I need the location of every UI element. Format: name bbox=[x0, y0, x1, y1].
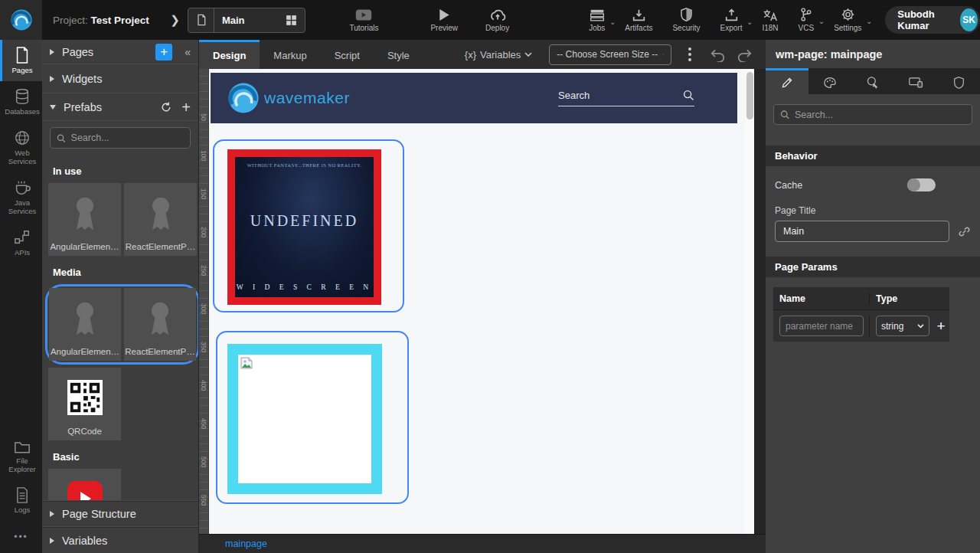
tab-events[interactable] bbox=[851, 68, 894, 94]
rail-item-pages[interactable]: Pages bbox=[0, 40, 42, 81]
prefab-tile-qrcode[interactable]: QRCode bbox=[48, 368, 121, 440]
pencil-icon bbox=[781, 77, 793, 89]
poster-tagline: WITHOUT FANTASY...THERE IS NO REALITY. bbox=[247, 162, 362, 168]
database-icon bbox=[14, 88, 31, 105]
user-menu[interactable]: Subodh Kumar SK bbox=[885, 6, 980, 34]
rail-item-file-explorer[interactable]: File Explorer bbox=[0, 433, 42, 480]
design-canvas[interactable]: wavemaker Search WITHOUT FANTASY...THERE… bbox=[209, 69, 745, 534]
prefab-tile-react-element-media[interactable]: ReactElementP… bbox=[124, 288, 196, 361]
rail-item-databases[interactable]: Databases bbox=[0, 81, 42, 123]
project-name: Test Project bbox=[91, 15, 149, 26]
tutorials-button[interactable]: Tutorials bbox=[339, 8, 388, 32]
screen-size-dropdown[interactable]: -- Choose Screen Size -- bbox=[549, 44, 671, 65]
rail-item-java-services[interactable]: Java Services bbox=[0, 172, 42, 222]
tab-styles[interactable] bbox=[808, 68, 851, 94]
prefab-tile-angular-element-media[interactable]: AngularElemen… bbox=[49, 288, 121, 361]
poster-bottom-text: W I D E S C R E E N bbox=[237, 283, 372, 291]
jobs-button[interactable]: Jobs ⌄ bbox=[579, 8, 615, 32]
scrollbar-thumb[interactable] bbox=[746, 72, 753, 119]
tab-script[interactable]: Script bbox=[321, 40, 374, 69]
poster-image[interactable]: WITHOUT FANTASY...THERE IS NO REALITY. U… bbox=[227, 149, 381, 305]
canvas-search[interactable]: Search bbox=[558, 90, 694, 106]
section-label: Variables bbox=[62, 535, 107, 547]
selected-widget-poster[interactable]: WITHOUT FANTASY...THERE IS NO REALITY. U… bbox=[213, 139, 404, 312]
redo-icon[interactable] bbox=[737, 47, 753, 62]
deploy-button[interactable]: Deploy bbox=[475, 8, 519, 32]
search-icon bbox=[57, 133, 66, 143]
property-search-input[interactable] bbox=[795, 110, 965, 120]
canvas-page-header[interactable]: wavemaker Search bbox=[211, 73, 737, 123]
grid-icon[interactable] bbox=[285, 14, 298, 27]
rail-item-web-services[interactable]: Web Services bbox=[0, 123, 42, 172]
top-bar: Project: Test Project ❯ Main Tutorials bbox=[0, 0, 980, 40]
prefab-tile-angular-element[interactable]: AngularElemen… bbox=[48, 183, 121, 256]
rail-item-logs[interactable]: Logs bbox=[0, 480, 42, 521]
settings-button[interactable]: Settings ⌄ bbox=[824, 8, 871, 32]
poster-title: UNDEFINED bbox=[250, 212, 358, 230]
section-prefabs[interactable]: Prefabs + bbox=[42, 93, 198, 121]
section-variables[interactable]: Variables bbox=[42, 527, 198, 553]
chevron-down-icon[interactable]: ⌄ bbox=[866, 17, 872, 25]
group-title-media: Media bbox=[42, 256, 198, 284]
add-param-button[interactable]: + bbox=[933, 318, 949, 335]
prefab-list: In use AngularElemen… ReactElementP… Med… bbox=[42, 155, 198, 500]
property-search[interactable] bbox=[773, 104, 972, 125]
section-page-structure[interactable]: Page Structure bbox=[42, 501, 198, 527]
pages-icon bbox=[15, 47, 30, 64]
caret-right-icon bbox=[50, 49, 54, 55]
refresh-icon[interactable] bbox=[160, 101, 172, 113]
i18n-button[interactable]: I18N bbox=[752, 8, 788, 32]
section-label: Page Structure bbox=[62, 508, 136, 520]
prefab-search[interactable] bbox=[50, 127, 191, 149]
preview-button[interactable]: Preview bbox=[420, 8, 468, 32]
canvas-scrollbar[interactable] bbox=[745, 69, 754, 534]
param-type-select[interactable]: string bbox=[876, 316, 929, 336]
tab-style[interactable]: Style bbox=[374, 40, 423, 69]
export-button[interactable]: Export ⌄ bbox=[710, 8, 753, 32]
cache-toggle[interactable] bbox=[907, 178, 936, 191]
open-page-tab[interactable]: mainpage bbox=[225, 538, 267, 549]
tab-security[interactable] bbox=[937, 68, 980, 94]
breadcrumb-chevron-icon: ❯ bbox=[170, 13, 180, 27]
caret-right-icon bbox=[50, 76, 54, 82]
bind-link-icon[interactable] bbox=[958, 225, 971, 238]
add-prefab-button[interactable]: + bbox=[181, 100, 191, 115]
tab-design[interactable]: Design bbox=[199, 40, 260, 69]
tile-label: AngularElemen… bbox=[51, 347, 119, 356]
add-page-button[interactable]: + bbox=[155, 44, 172, 61]
tab-devices[interactable] bbox=[894, 68, 937, 94]
broken-image-icon bbox=[240, 357, 253, 369]
properties-panel: wm-page: mainpage bbox=[766, 40, 980, 553]
prefab-search-input[interactable] bbox=[71, 133, 184, 143]
inspector-title: wm-page: mainpage bbox=[766, 40, 980, 68]
selected-widget-picture[interactable] bbox=[216, 331, 409, 504]
pages-panel: Pages + « Widgets Prefabs + In use bbox=[42, 40, 199, 553]
page-title-input[interactable] bbox=[775, 221, 949, 242]
variables-menu[interactable]: {x} Variables bbox=[465, 40, 532, 69]
prefab-tile-react-element[interactable]: ReactElementP… bbox=[124, 183, 197, 256]
vcs-button[interactable]: VCS ⌄ bbox=[789, 8, 825, 32]
wavemaker-logo[interactable] bbox=[0, 0, 42, 40]
section-widgets[interactable]: Widgets bbox=[42, 64, 198, 93]
params-input-row: string + bbox=[773, 310, 949, 342]
rail-item-apis[interactable]: APIs bbox=[0, 222, 42, 263]
tab-markup[interactable]: Markup bbox=[260, 40, 320, 69]
param-type-value: string bbox=[881, 321, 914, 332]
empty-picture-widget[interactable] bbox=[227, 344, 382, 494]
ribbon-icon bbox=[68, 183, 102, 242]
undo-icon[interactable] bbox=[710, 47, 726, 62]
param-name-input[interactable] bbox=[779, 316, 864, 336]
devices-icon bbox=[909, 77, 923, 88]
more-menu-button[interactable] bbox=[685, 44, 694, 64]
user-name: Subodh Kumar bbox=[897, 8, 952, 31]
collapse-panel-icon[interactable]: « bbox=[185, 46, 191, 58]
section-pages[interactable]: Pages + « bbox=[42, 40, 198, 64]
chevron-down-icon bbox=[524, 52, 532, 57]
tab-properties[interactable] bbox=[766, 68, 808, 94]
page-selector-dropdown[interactable]: Main bbox=[188, 8, 306, 33]
prefab-tile-youtube[interactable]: Youtube bbox=[48, 469, 121, 500]
more-options-button[interactable]: ••• bbox=[0, 521, 42, 553]
security-button[interactable]: Security bbox=[662, 8, 710, 32]
artifacts-button[interactable]: Artifacts bbox=[615, 8, 662, 32]
params-header-row: Name Type bbox=[773, 287, 949, 310]
